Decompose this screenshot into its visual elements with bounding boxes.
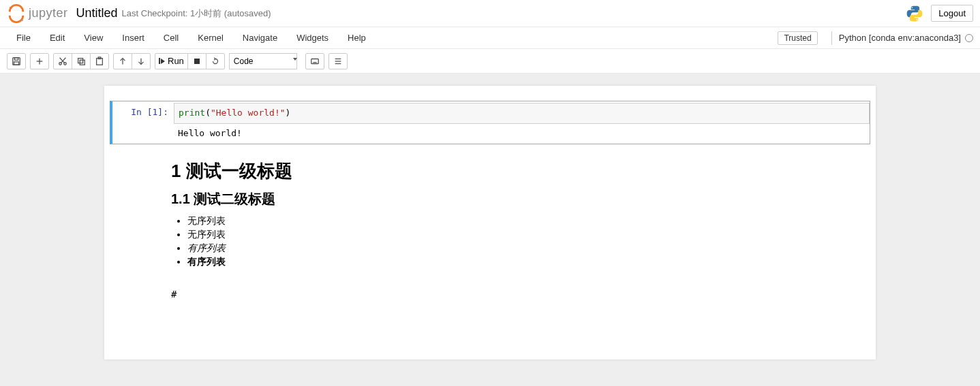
menu-insert[interactable]: Insert: [112, 29, 154, 47]
list-item: 无序列表: [187, 215, 870, 227]
paste-icon: [95, 57, 104, 66]
run-label: Run: [168, 56, 184, 66]
trusted-badge[interactable]: Trusted: [778, 31, 817, 45]
markdown-cell[interactable]: 1 测试一级标题 1.1 测试二级标题 无序列表 无序列表 有序列表 有序列表: [104, 146, 876, 276]
plus-icon: [35, 57, 44, 66]
kernel-indicator-icon: [965, 34, 973, 42]
heading-2: 1.1 测试二级标题: [171, 190, 870, 208]
input-prompt: In [1]:: [112, 103, 174, 142]
code-paren-l: (: [205, 108, 211, 118]
menu-edit[interactable]: Edit: [40, 29, 74, 47]
list-item: 无序列表: [187, 229, 870, 241]
save-icon: [12, 57, 21, 66]
jupyter-logo[interactable]: jupyter: [7, 4, 68, 23]
code-stub[interactable]: #: [104, 276, 876, 304]
code-string: "Hello world!": [211, 108, 286, 118]
menu-widgets[interactable]: Widgets: [287, 29, 338, 47]
move-up-button[interactable]: [113, 53, 132, 69]
paste-button[interactable]: [90, 53, 109, 69]
restart-button[interactable]: [206, 53, 225, 69]
list-icon: [333, 57, 343, 66]
svg-rect-13: [78, 58, 83, 63]
menu-cell[interactable]: Cell: [154, 29, 188, 47]
run-button[interactable]: Run: [155, 53, 188, 69]
stop-icon: [194, 59, 200, 64]
svg-rect-19: [311, 59, 319, 63]
menu-kernel[interactable]: Kernel: [188, 29, 233, 47]
svg-point-2: [912, 7, 913, 8]
notebook-container: In [1]: print("Hello world!") Hello worl…: [104, 86, 876, 359]
restart-icon: [211, 57, 220, 66]
arrow-down-icon: [136, 57, 146, 66]
svg-point-3: [917, 18, 918, 20]
code-fn: print: [179, 108, 205, 118]
logout-button[interactable]: Logout: [931, 5, 973, 22]
save-button[interactable]: [7, 53, 26, 69]
notebook-title[interactable]: Untitled: [76, 6, 118, 20]
keyboard-icon: [310, 57, 320, 66]
list-item: 有序列表: [187, 256, 870, 268]
cell-type-select[interactable]: Code: [229, 53, 297, 69]
python-icon: [905, 4, 924, 23]
svg-rect-6: [14, 61, 19, 64]
interrupt-button[interactable]: [187, 53, 206, 69]
svg-point-1: [21, 19, 23, 21]
code-cell-1[interactable]: In [1]: print("Hello world!") Hello worl…: [110, 101, 870, 144]
kernel-name[interactable]: Python [conda env:anaconda3]: [839, 33, 961, 43]
header-bar: jupyter Untitled Last Checkpoint: 1小时前 (…: [0, 0, 980, 27]
toolbar: Run Code: [0, 49, 980, 74]
move-down-button[interactable]: [132, 53, 151, 69]
heading-1: 1 测试一级标题: [171, 159, 870, 183]
run-bar-icon: [159, 58, 160, 64]
menu-bar: File Edit View Insert Cell Kernel Naviga…: [0, 27, 980, 49]
copy-button[interactable]: [72, 53, 91, 69]
code-paren-r: ): [286, 108, 291, 118]
notebook-canvas: In [1]: print("Hello world!") Hello worl…: [0, 74, 980, 386]
menu-view[interactable]: View: [74, 29, 112, 47]
toc-button[interactable]: [328, 53, 348, 69]
jupyter-logo-text: jupyter: [29, 6, 68, 20]
list-item: 有序列表: [187, 242, 870, 255]
svg-rect-5: [14, 57, 18, 60]
menu-help[interactable]: Help: [338, 29, 376, 47]
command-palette-button[interactable]: [305, 53, 324, 69]
menu-file[interactable]: File: [7, 29, 40, 47]
play-icon: [161, 59, 165, 64]
divider: [831, 31, 832, 45]
jupyter-icon: [7, 4, 26, 23]
svg-rect-14: [80, 60, 85, 65]
menu-navigate[interactable]: Navigate: [233, 29, 287, 47]
arrow-up-icon: [118, 57, 127, 66]
bullet-list: 无序列表 无序列表 有序列表 有序列表: [187, 215, 870, 268]
code-output: Hello world!: [174, 124, 870, 142]
code-input[interactable]: print("Hello world!"): [174, 103, 870, 124]
scissors-icon: [58, 57, 67, 66]
cut-button[interactable]: [53, 53, 72, 69]
copy-icon: [76, 57, 86, 66]
add-cell-button[interactable]: [30, 53, 49, 69]
checkpoint-info: Last Checkpoint: 1小时前 (autosaved): [122, 7, 271, 20]
